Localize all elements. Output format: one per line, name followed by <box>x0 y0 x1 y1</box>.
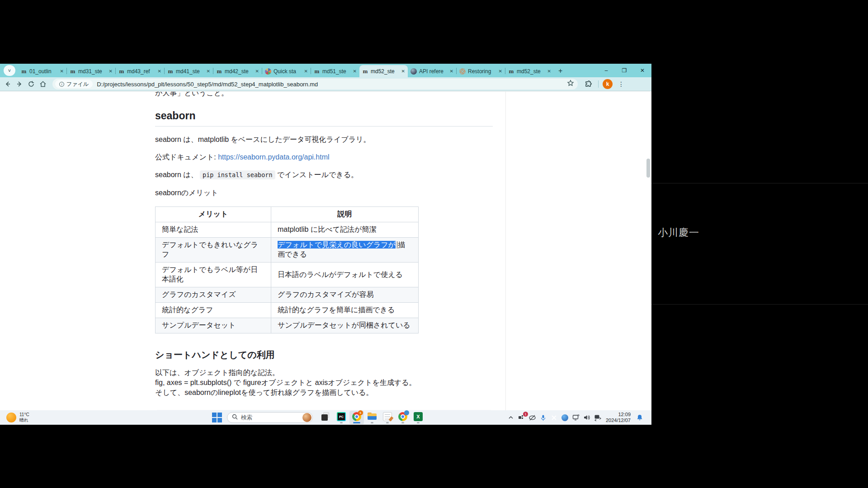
taskbar-search[interactable]: 検索 <box>227 412 313 423</box>
tab-API refere[interactable]: API refere✕ <box>408 65 456 77</box>
table-cell: matplotlib に比べて記法が簡潔 <box>271 222 419 238</box>
tab-md52_ste[interactable]: mmd52_ste✕ <box>359 65 408 77</box>
table-cell: デフォルトでもきれいなグラフ <box>156 238 271 263</box>
text-cursor <box>397 241 397 249</box>
weather-widget[interactable]: 11°C 晴れ <box>6 412 29 423</box>
browser-window: ˅ m01_outlin✕mmd31_ste✕mmd43_ref✕mmd41_s… <box>0 64 651 410</box>
tab-close-icon[interactable]: ✕ <box>499 69 502 74</box>
clock-time: 12:09 <box>606 412 631 418</box>
tab-md52_ste[interactable]: mmd52_ste✕ <box>505 65 554 77</box>
overlay-frame-line-bottom <box>651 304 868 305</box>
tab-close-icon[interactable]: ✕ <box>450 69 453 74</box>
weather-temp: 11°C <box>19 412 29 418</box>
table-header: 説明 <box>271 207 419 222</box>
forward-button[interactable] <box>14 78 25 90</box>
tab-Restoring[interactable]: Restoring✕ <box>457 65 505 77</box>
search-placeholder: 検索 <box>241 414 302 422</box>
tab-close-icon[interactable]: ✕ <box>158 69 161 74</box>
menu-kebab-icon[interactable]: ⋮ <box>618 80 624 88</box>
tab-close-icon[interactable]: ✕ <box>401 69 405 74</box>
paragraph-intro: seaborn は、matplotlib をベースにしたデータ可視化ライブラリ。 <box>155 135 493 144</box>
teams-tray-icon[interactable]: 1 <box>516 412 527 423</box>
tray-chevron-up[interactable] <box>505 412 516 423</box>
presenter-name: 小川慶一 <box>658 226 699 239</box>
taskbar: 11°C 晴れ 検索 <box>0 410 651 425</box>
tab-close-icon[interactable]: ✕ <box>109 69 113 74</box>
tab-md31_ste[interactable]: mmd31_ste✕ <box>67 65 115 77</box>
tab-close-icon[interactable]: ✕ <box>547 69 551 74</box>
table-row: グラフのカスタマイズグラフのカスタマイズが容易 <box>156 287 419 303</box>
jupyter-favicon-icon <box>459 68 466 75</box>
bookmark-star-icon[interactable] <box>567 80 574 89</box>
pycharm-app[interactable]: PC <box>334 411 349 424</box>
ime-language-tray-icon[interactable] <box>592 412 603 423</box>
heading-shorthand: ショートハンドとしての利用 <box>155 349 493 361</box>
tab-label: md43_ref <box>127 68 156 75</box>
tab-Quick sta[interactable]: Quick sta✕ <box>262 65 311 77</box>
profile-avatar[interactable]: k <box>603 79 613 89</box>
task-view-button[interactable] <box>319 411 333 424</box>
home-button[interactable] <box>37 78 49 90</box>
tab-close-icon[interactable]: ✕ <box>60 69 64 74</box>
seaborn-api-link[interactable]: https://seaborn.pydata.org/api.html <box>218 153 329 161</box>
speaker-tray-icon[interactable] <box>581 412 592 423</box>
start-button[interactable] <box>212 412 222 423</box>
tab-close-icon[interactable]: ✕ <box>304 69 308 74</box>
table-cell: サンプルデータセット <box>156 318 271 333</box>
desktop: ˅ m01_outlin✕mmd31_ste✕mmd43_ref✕mmd41_s… <box>0 64 651 425</box>
scrollbar[interactable] <box>646 159 650 178</box>
excel-app[interactable]: X <box>411 411 425 424</box>
table-cell: 簡単な記法 <box>156 222 271 238</box>
tab-list: m01_outlin✕mmd31_ste✕mmd43_ref✕mmd41_ste… <box>18 64 554 77</box>
address-bar[interactable]: i ファイル D:/projects/lessons/pd_plt/lesson… <box>52 79 578 89</box>
screen: ˅ m01_outlin✕mmd31_ste✕mmd43_ref✕mmd41_s… <box>0 0 868 488</box>
tab-search-button[interactable]: ˅ <box>4 65 15 76</box>
minimize-button[interactable]: – <box>597 64 615 77</box>
display-tray-icon[interactable] <box>571 412 581 423</box>
markdown-favicon-icon: m <box>508 68 514 75</box>
tab-md42_ste[interactable]: mmd42_ste✕ <box>213 65 262 77</box>
chrome-app-profile-2[interactable] <box>396 411 410 424</box>
paragraph-line: fig, axes = plt.subplots() で figureオブジェク… <box>155 379 416 386</box>
back-arrow-icon <box>4 80 11 88</box>
merits-table-head: メリット説明 <box>156 207 419 222</box>
chrome-app-profile-k[interactable]: k <box>349 411 364 424</box>
table-cell: 統計的なグラフ <box>156 303 271 318</box>
tab-close-icon[interactable]: ✕ <box>255 69 259 74</box>
new-tab-button[interactable]: + <box>558 67 562 75</box>
home-icon <box>39 80 47 88</box>
close-button[interactable]: ✕ <box>633 64 651 77</box>
hidden-eye-tray-icon[interactable] <box>527 412 538 423</box>
restore-button[interactable]: ❐ <box>615 64 633 77</box>
install-pre: seaborn は、 <box>155 171 200 178</box>
tab-md51_ste[interactable]: mmd51_ste✕ <box>311 65 359 77</box>
paragraph-shorthand: 以下は、オブジェクト指向的な記法。fig, axes = plt.subplot… <box>155 368 493 398</box>
table-row: サンプルデータセットサンプルデータセットが同梱されている <box>156 318 419 333</box>
notepad-app[interactable] <box>380 411 395 424</box>
tab-close-icon[interactable]: ✕ <box>353 69 357 74</box>
extensions-button[interactable] <box>582 78 594 90</box>
tab-01_outlin[interactable]: m01_outlin✕ <box>18 65 66 77</box>
notification-bell-icon[interactable] <box>634 412 645 423</box>
reload-button[interactable] <box>25 78 37 90</box>
tab-close-icon[interactable]: ✕ <box>207 69 210 74</box>
blue-sphere-tray-icon[interactable] <box>560 412 571 423</box>
tab-md41_ste[interactable]: mmd41_ste✕ <box>165 65 213 77</box>
tab-md43_ref[interactable]: mmd43_ref✕ <box>116 65 164 77</box>
taskbar-clock[interactable]: 12:09 2024/12/07 <box>606 412 631 423</box>
close-x-tray-icon[interactable] <box>549 412 560 423</box>
sun-icon <box>6 413 16 422</box>
url-text[interactable]: D:/projects/lessons/pd_plt/lessons/50_st… <box>97 81 564 88</box>
task-view-icon <box>321 412 330 421</box>
paragraph-line: 以下は、オブジェクト指向的な記法。 <box>155 369 279 376</box>
markdown-favicon-icon: m <box>21 68 27 75</box>
window-controls: – ❐ ✕ <box>597 64 651 77</box>
tab-label: 01_outlin <box>29 68 58 75</box>
url-scheme-chip[interactable]: i ファイル <box>55 80 93 88</box>
excel-icon: X <box>414 412 423 421</box>
file-explorer-app[interactable] <box>365 411 379 424</box>
microphone-tray-icon[interactable] <box>538 412 549 423</box>
table-cell: グラフのカスタマイズが容易 <box>271 287 419 303</box>
search-daily-image[interactable] <box>302 413 311 422</box>
back-button[interactable] <box>2 78 14 90</box>
